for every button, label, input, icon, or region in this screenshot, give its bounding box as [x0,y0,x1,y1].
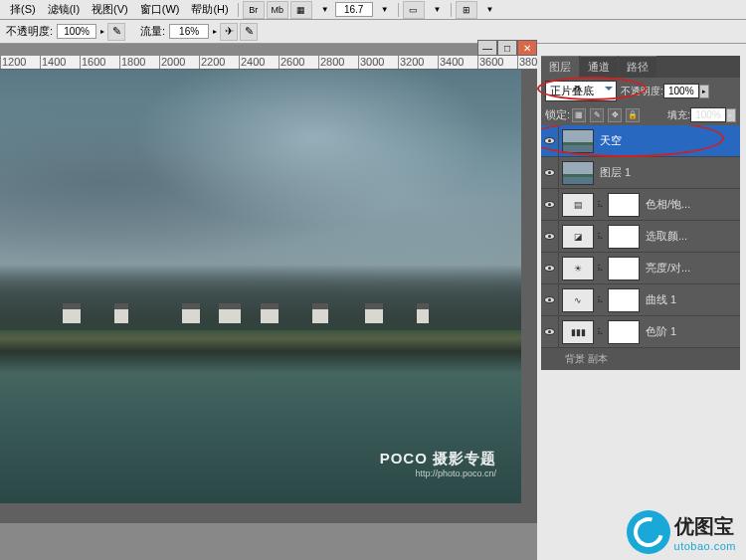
visibility-toggle[interactable] [541,125,559,157]
selective-color-icon[interactable]: ◪ [562,225,594,249]
ruler-tick: 1600 [80,56,119,69]
layer-name[interactable]: 色阶 1 [646,324,676,339]
layer-row[interactable]: ▤ ⠧ 色相/饱... [541,189,740,221]
blend-mode-select[interactable]: 正片叠底 [545,81,617,101]
menu-window[interactable]: 窗口(W) [134,2,186,17]
minibridge-icon[interactable]: Mb [267,1,288,19]
visibility-toggle[interactable] [541,189,559,221]
flow-slider-icon[interactable]: ▸ [213,27,217,36]
link-icon: ⠧ [597,264,605,274]
layer-row-partial[interactable]: 背景 副本 [541,348,740,370]
airbrush-icon[interactable]: ✈ [220,23,238,41]
separator [238,3,239,17]
menu-view[interactable]: 视图(V) [86,2,134,17]
layer-opacity-input[interactable]: 100% [663,84,699,98]
opacity-slider-icon[interactable]: ▸ [100,27,104,36]
site-logo: 优图宝 utobao.com [627,510,736,554]
layer-name[interactable]: 亮度/对... [646,261,690,276]
menu-help[interactable]: 帮助(H) [185,2,234,17]
layer-thumbnail[interactable] [562,129,594,153]
layer-row[interactable]: ∿ ⠧ 曲线 1 [541,284,740,316]
hue-sat-icon[interactable]: ▤ [562,193,594,217]
ruler-tick: 2200 [199,56,239,69]
dropdown-icon[interactable]: ▼ [315,5,335,14]
maximize-button[interactable]: □ [497,40,517,56]
houses-region [0,303,521,347]
tab-layers[interactable]: 图层 [541,56,579,78]
watermark: POCO 摄影专题 http://photo.poco.cn/ [380,450,496,478]
separator [451,3,452,17]
link-icon: ⠧ [597,200,605,210]
bridge-icon[interactable]: Br [243,1,265,19]
layer-name[interactable]: 图层 1 [600,165,631,180]
ruler-tick: 3000 [358,56,398,69]
layer-name[interactable]: 选取颜... [646,229,687,244]
layer-row[interactable]: ◪ ⠧ 选取颜... [541,221,740,253]
dropdown-icon[interactable]: ▼ [480,5,500,14]
layer-row[interactable]: ▮▮▮ ⠧ 色阶 1 [541,316,740,348]
layer-mask[interactable] [608,225,640,249]
brightness-icon[interactable]: ☀ [562,257,594,280]
layer-row-sky[interactable]: 天空 [541,125,740,157]
screen-mode-icon[interactable]: ▭ [403,1,425,19]
lock-pixels-icon[interactable]: ✎ [590,108,604,122]
ruler-tick: 2600 [279,56,318,69]
fill-slider-icon[interactable]: ▸ [726,108,736,122]
layer-row[interactable]: 图层 1 [541,157,740,189]
layer-mask[interactable] [608,320,640,344]
visibility-toggle[interactable] [541,157,559,189]
lock-all-icon[interactable]: 🔒 [626,108,640,122]
visibility-toggle[interactable] [541,316,559,348]
layers-panel: 图层 通道 路径 正片叠底 不透明度: 100% ▸ 锁定: ▦ ✎ ✥ 🔒 填… [541,56,740,370]
canvas-area: — □ ✕ 1200 1400 1600 1800 2000 2200 2400… [0,44,537,560]
ruler-tick: 3600 [477,56,517,69]
canvas-image[interactable]: POCO 摄影专题 http://photo.poco.cn/ [0,70,521,503]
menu-bar: 择(S) 滤镜(I) 视图(V) 窗口(W) 帮助(H) Br Mb ▦ ▼ 1… [0,0,746,20]
levels-icon[interactable]: ▮▮▮ [562,320,594,344]
pressure-size-icon[interactable]: ✎ [240,23,258,41]
lock-transparent-icon[interactable]: ▦ [572,108,586,122]
menu-filter[interactable]: 滤镜(I) [42,2,86,17]
menu-select[interactable]: 择(S) [4,2,42,17]
opacity-input[interactable]: 100% [57,24,96,39]
lock-label: 锁定: [545,107,570,122]
eye-icon [544,233,555,240]
ruler-tick: 2400 [239,56,279,69]
grid-icon[interactable]: ▦ [290,1,312,19]
visibility-toggle[interactable] [541,284,559,316]
minimize-button[interactable]: — [477,40,497,56]
pressure-opacity-icon[interactable]: ✎ [107,23,125,41]
layer-mask[interactable] [608,193,640,217]
separator [398,3,399,17]
close-button[interactable]: ✕ [517,40,537,56]
logo-text-en: utobao.com [674,540,736,552]
layer-row[interactable]: ☀ ⠧ 亮度/对... [541,253,740,284]
lock-position-icon[interactable]: ✥ [608,108,622,122]
ruler-tick: 1400 [40,56,80,69]
layer-name[interactable]: 曲线 1 [646,292,676,307]
layer-name[interactable]: 天空 [600,133,622,148]
arrange-icon[interactable]: ⊞ [456,1,477,19]
layer-name[interactable]: 色相/饱... [646,197,690,212]
opacity-slider-icon[interactable]: ▸ [699,85,709,98]
curves-icon[interactable]: ∿ [562,288,594,312]
flow-input[interactable]: 16% [169,24,209,39]
fill-input[interactable]: 100% [690,107,726,122]
ruler-tick: 2800 [318,56,358,69]
tab-paths[interactable]: 路径 [619,56,656,78]
layer-mask[interactable] [608,288,640,312]
visibility-toggle[interactable] [541,221,559,253]
options-bar: 不透明度: 100% ▸ ✎ 流量: 16% ▸ ✈ ✎ [0,20,746,44]
ruler-tick: 1200 [0,56,40,69]
link-icon: ⠧ [597,327,605,337]
zoom-value[interactable]: 16.7 [335,2,373,17]
logo-icon [627,510,670,554]
layer-thumbnail[interactable] [562,161,594,185]
dropdown-icon[interactable]: ▼ [428,5,448,14]
link-icon: ⠧ [597,232,605,242]
tab-channels[interactable]: 通道 [580,56,618,78]
layer-mask[interactable] [608,257,640,280]
zoom-dropdown-icon[interactable]: ▼ [375,5,395,14]
eye-icon [544,328,555,335]
visibility-toggle[interactable] [541,253,559,284]
